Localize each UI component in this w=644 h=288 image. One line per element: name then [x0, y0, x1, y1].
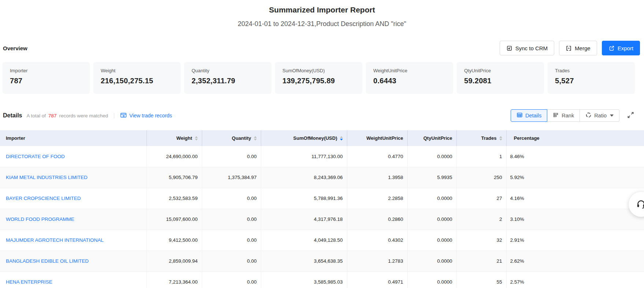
fullscreen-button[interactable] — [626, 110, 635, 121]
overview-cards: Importer 787 Weight 216,150,275.15 Quant… — [0, 62, 644, 94]
cell-importer: KIAM METAL INDUSTRIES LIMITED — [0, 167, 147, 188]
cell-sum_of_money_usd: 11,777,130.00 — [261, 146, 347, 167]
cell-trades: 2 — [456, 209, 506, 230]
stat-card-importer: Importer 787 — [3, 62, 90, 94]
vertical-divider — [114, 113, 114, 119]
table-row: MAJUMDER AGROTECH INTERNATIONAL9,412,500… — [0, 230, 644, 251]
stat-label: Importer — [10, 68, 82, 73]
trade-records-icon — [120, 112, 127, 119]
view-trade-records-link[interactable]: View trade records — [120, 112, 172, 119]
cell-trades: 55 — [456, 271, 506, 288]
cell-weight_unit_price: 1.2783 — [347, 251, 407, 271]
overview-heading: Overview — [3, 45, 27, 51]
stat-value: 139,275,795.89 — [282, 77, 355, 85]
column-header-sum_of_money_usd[interactable]: SumOfMoney(USD) — [261, 130, 347, 146]
cell-weight_unit_price: 0.4302 — [347, 230, 407, 251]
details-left: Details A total of 787 records were matc… — [3, 112, 172, 119]
cell-weight: 7,213,364.00 — [147, 271, 202, 288]
sync-to-crm-button[interactable]: Sync to CRM — [500, 41, 554, 55]
view-trade-records-label: View trade records — [129, 113, 172, 119]
stat-label: Weight — [101, 68, 173, 73]
stat-value: 59.2081 — [464, 77, 537, 85]
column-label: SumOfMoney(USD) — [293, 135, 337, 141]
cell-qty_unit_price: 0.0000 — [407, 271, 456, 288]
table-grid-icon — [517, 112, 523, 119]
merge-icon — [566, 45, 572, 51]
report-header: Summarized Importer Report 2024-01-01 to… — [0, 0, 644, 29]
column-header-percentage: Percentage — [506, 130, 644, 146]
cell-importer: DIRECTORATE OF FOOD — [0, 146, 147, 167]
cell-quantity: 0.00 — [202, 146, 261, 167]
cell-importer: BANGLADESH EDIBLE OIL LIMITED — [0, 251, 147, 271]
tab-details[interactable]: Details — [511, 109, 547, 122]
table-row: BAYER CROPSCIENCE LIMITED2,532,583.590.0… — [0, 188, 644, 209]
cell-trades: 32 — [456, 230, 506, 251]
cell-importer: MAJUMDER AGROTECH INTERNATIONAL — [0, 230, 147, 251]
view-mode-tabs: Details Rank Ratio — [511, 109, 619, 122]
column-header-qty_unit_price: QtyUnitPrice — [407, 130, 456, 146]
stat-value: 0.6443 — [373, 77, 446, 85]
cell-trades: 1 — [456, 146, 506, 167]
importer-link[interactable]: HENA ENTERPRISE — [6, 279, 52, 285]
sort-icon[interactable] — [340, 136, 343, 141]
column-header-weight[interactable]: Weight — [147, 130, 202, 146]
sort-icon[interactable] — [499, 136, 502, 141]
stat-label: Quantity — [192, 68, 264, 73]
column-header-weight_unit_price: WeightUnitPrice — [347, 130, 407, 146]
sort-icon[interactable] — [254, 136, 257, 141]
cell-weight_unit_price: 0.2860 — [347, 209, 407, 230]
column-label: Percentage — [514, 135, 540, 141]
importer-link[interactable]: KIAM METAL INDUSTRIES LIMITED — [6, 175, 88, 180]
export-button[interactable]: Export — [602, 41, 640, 55]
cell-sum_of_money_usd: 5,788,991.36 — [261, 188, 347, 209]
cell-percentage: 5.92% — [506, 167, 644, 188]
cell-qty_unit_price: 0.0000 — [407, 188, 456, 209]
cell-weight: 2,859,009.94 — [147, 251, 202, 271]
column-label: Weight — [176, 135, 192, 141]
importer-link[interactable]: BAYER CROPSCIENCE LIMITED — [6, 196, 81, 201]
tab-ratio[interactable]: Ratio — [580, 109, 619, 122]
cell-trades: 27 — [456, 188, 506, 209]
cell-sum_of_money_usd: 8,243,369.06 — [261, 167, 347, 188]
headset-icon — [636, 199, 644, 210]
importer-link[interactable]: BANGLADESH EDIBLE OIL LIMITED — [6, 258, 89, 264]
stat-label: Trades — [555, 68, 628, 73]
sync-icon — [506, 45, 512, 51]
merge-button[interactable]: Merge — [559, 41, 597, 55]
cell-percentage: 3.10% — [506, 209, 644, 230]
cell-qty_unit_price: 0.0000 — [407, 251, 456, 271]
tab-rank[interactable]: Rank — [547, 109, 580, 122]
cell-weight: 15,097,600.00 — [147, 209, 202, 230]
tab-rank-label: Rank — [562, 113, 574, 119]
cell-sum_of_money_usd: 4,049,128.50 — [261, 230, 347, 251]
importer-link[interactable]: MAJUMDER AGROTECH INTERNATIONAL — [6, 237, 104, 243]
importer-link[interactable]: WORLD FOOD PROGRAMME — [6, 216, 74, 222]
overview-bar: Overview Sync to CRM Merge Export — [0, 40, 644, 56]
cell-sum_of_money_usd: 3,585,985.03 — [261, 271, 347, 288]
table-row: WORLD FOOD PROGRAMME15,097,600.000.004,3… — [0, 209, 644, 230]
cell-weight: 9,412,500.00 — [147, 230, 202, 251]
cell-percentage: 8.46% — [506, 146, 644, 167]
cell-sum_of_money_usd: 3,654,638.35 — [261, 251, 347, 271]
table-body: DIRECTORATE OF FOOD24,690,000.000.0011,7… — [0, 146, 644, 288]
cell-quantity: 0.00 — [202, 251, 261, 271]
stat-card-sum-of-money: SumOfMoney(USD) 139,275,795.89 — [275, 62, 362, 94]
stat-card-quantity: Quantity 2,352,311.79 — [184, 62, 271, 94]
stat-value: 216,150,275.15 — [101, 77, 173, 85]
bar-rank-icon — [553, 112, 559, 119]
column-header-trades[interactable]: Trades — [456, 130, 506, 146]
column-label: Trades — [481, 135, 497, 141]
cell-importer: WORLD FOOD PROGRAMME — [0, 209, 147, 230]
match-count: 787 — [48, 113, 57, 119]
table-row: DIRECTORATE OF FOOD24,690,000.000.0011,7… — [0, 146, 644, 167]
sort-icon[interactable] — [195, 136, 198, 141]
cell-weight_unit_price: 1.3958 — [347, 167, 407, 188]
page-subtitle: 2024-01-01 to 2024-12-31,Product Descrip… — [0, 19, 644, 29]
table-header-row: ImporterWeightQuantitySumOfMoney(USD)Wei… — [0, 130, 644, 146]
details-bar: Details A total of 787 records were matc… — [0, 109, 644, 122]
stat-card-weight-unit-price: WeightUnitPrice 0.6443 — [366, 62, 453, 94]
column-header-quantity[interactable]: Quantity — [202, 130, 261, 146]
column-label: WeightUnitPrice — [366, 135, 403, 141]
importer-link[interactable]: DIRECTORATE OF FOOD — [6, 154, 65, 159]
cell-weight: 2,532,583.59 — [147, 188, 202, 209]
